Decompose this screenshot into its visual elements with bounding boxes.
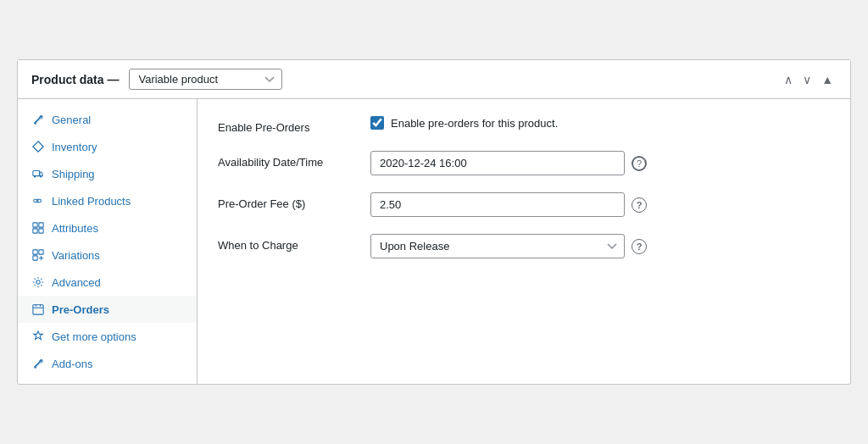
sidebar-item-general[interactable]: General bbox=[18, 106, 197, 133]
enable-preorders-checkbox-text: Enable pre-orders for this product. bbox=[391, 117, 558, 130]
svg-point-1 bbox=[34, 175, 36, 177]
panel-body: GeneralInventoryShippingLinked ProductsA… bbox=[18, 99, 850, 384]
calendar-icon bbox=[31, 302, 45, 316]
sidebar-item-label-inventory: Inventory bbox=[52, 141, 97, 153]
panel-header: Product data — Simple productVariable pr… bbox=[18, 60, 850, 99]
sidebar-item-label-pre-orders: Pre-Orders bbox=[52, 303, 109, 316]
when-to-charge-select[interactable]: Upon ReleaseUpfront bbox=[370, 234, 625, 258]
sidebar-item-linked-products[interactable]: Linked Products bbox=[18, 187, 197, 214]
enable-preorders-checkbox[interactable] bbox=[370, 116, 384, 130]
chain-icon bbox=[31, 194, 45, 208]
panel-title: Product data — bbox=[31, 73, 119, 86]
collapse-down-button[interactable]: ∨ bbox=[799, 72, 815, 87]
preorder-fee-label: Pre-Order Fee ($) bbox=[218, 192, 370, 210]
sidebar: GeneralInventoryShippingLinked ProductsA… bbox=[18, 99, 198, 384]
when-to-charge-help-icon[interactable]: ? bbox=[632, 239, 647, 254]
svg-rect-0 bbox=[33, 171, 40, 176]
availability-datetime-field: ? bbox=[370, 151, 830, 175]
sidebar-item-get-more-options[interactable]: Get more options bbox=[18, 323, 197, 350]
availability-datetime-label: Availability Date/Time bbox=[218, 151, 370, 169]
sidebar-item-advanced[interactable]: Advanced bbox=[18, 269, 197, 296]
product-data-panel: Product data — Simple productVariable pr… bbox=[17, 59, 851, 385]
star-icon bbox=[31, 330, 45, 343]
svg-point-12 bbox=[36, 280, 40, 284]
svg-rect-8 bbox=[39, 250, 43, 254]
svg-rect-5 bbox=[33, 229, 37, 233]
svg-rect-9 bbox=[33, 256, 37, 260]
svg-rect-6 bbox=[39, 229, 43, 233]
availability-datetime-help-icon[interactable]: ? bbox=[632, 156, 647, 171]
sidebar-item-label-linked-products: Linked Products bbox=[52, 195, 131, 208]
product-type-select[interactable]: Simple productVariable productGrouped pr… bbox=[129, 69, 282, 90]
wrench-icon bbox=[31, 113, 45, 126]
when-to-charge-row: When to Charge Upon ReleaseUpfront ? bbox=[218, 234, 830, 258]
sidebar-item-label-attributes: Attributes bbox=[52, 222, 98, 235]
diamond-icon bbox=[31, 140, 45, 153]
grid-icon bbox=[31, 221, 45, 235]
sidebar-item-add-ons[interactable]: Add-ons bbox=[18, 350, 197, 377]
enable-preorders-label: Enable Pre-Orders bbox=[218, 116, 370, 134]
availability-datetime-input[interactable] bbox=[370, 151, 625, 175]
svg-rect-4 bbox=[39, 223, 43, 227]
sidebar-item-label-advanced: Advanced bbox=[52, 276, 101, 289]
grid-plus-icon bbox=[31, 248, 45, 262]
sidebar-item-label-general: General bbox=[52, 114, 91, 126]
main-content: Enable Pre-Orders Enable pre-orders for … bbox=[198, 99, 850, 384]
sidebar-item-label-get-more-options: Get more options bbox=[52, 330, 136, 343]
when-to-charge-label: When to Charge bbox=[218, 234, 370, 252]
sidebar-item-label-variations: Variations bbox=[52, 249, 100, 262]
wrench2-icon bbox=[31, 357, 45, 370]
when-to-charge-field: Upon ReleaseUpfront ? bbox=[370, 234, 830, 258]
svg-rect-13 bbox=[33, 305, 43, 314]
svg-rect-7 bbox=[33, 250, 37, 254]
enable-preorders-row: Enable Pre-Orders Enable pre-orders for … bbox=[218, 116, 830, 134]
sidebar-item-variations[interactable]: Variations bbox=[18, 241, 197, 269]
collapse-up-button[interactable]: ∧ bbox=[781, 72, 796, 87]
preorder-fee-field: ? bbox=[370, 192, 830, 217]
sidebar-item-attributes[interactable]: Attributes bbox=[18, 214, 197, 241]
sidebar-item-inventory[interactable]: Inventory bbox=[18, 133, 197, 160]
svg-point-2 bbox=[40, 175, 42, 177]
sidebar-item-shipping[interactable]: Shipping bbox=[18, 160, 197, 187]
preorder-fee-row: Pre-Order Fee ($) ? bbox=[218, 192, 830, 217]
preorder-fee-input[interactable] bbox=[370, 192, 625, 217]
enable-preorders-field: Enable pre-orders for this product. bbox=[370, 116, 830, 130]
sidebar-item-label-shipping: Shipping bbox=[52, 168, 95, 180]
svg-rect-3 bbox=[33, 223, 37, 227]
truck-icon bbox=[31, 167, 45, 180]
gear-icon bbox=[31, 275, 45, 289]
enable-preorders-checkbox-label[interactable]: Enable pre-orders for this product. bbox=[370, 116, 558, 130]
availability-datetime-row: Availability Date/Time ? bbox=[218, 151, 830, 175]
panel-header-left: Product data — Simple productVariable pr… bbox=[31, 69, 282, 90]
sidebar-item-pre-orders[interactable]: Pre-Orders bbox=[18, 296, 197, 323]
preorder-fee-help-icon[interactable]: ? bbox=[632, 197, 647, 213]
collapse-toggle-button[interactable]: ▲ bbox=[818, 72, 837, 87]
panel-controls: ∧ ∨ ▲ bbox=[781, 72, 837, 87]
sidebar-item-label-add-ons: Add-ons bbox=[52, 358, 92, 370]
